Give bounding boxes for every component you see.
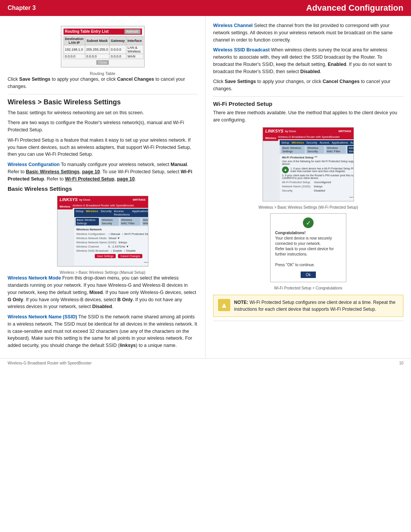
left-column: Routing Table Entry List Refresh Destina… — [0, 16, 206, 358]
wifi-setup-text: There are three methods available. Use t… — [213, 109, 403, 124]
nav-bar-2: Setup Wireless Security Access Applicati… — [280, 140, 354, 145]
congrats-caption: Wi-Fi Protected Setup > Congratulations — [213, 286, 403, 290]
congrats-text: Congratulations! Your client device is n… — [275, 230, 341, 268]
wireless-network-mode-label: Wireless Network Mode — [8, 275, 61, 281]
congratulations-box: ✓ Congratulations! Your client device is… — [270, 213, 346, 282]
model-number: WRT54GS — [133, 198, 146, 201]
screenshot-content: Wireless Network Wireless Configuration:… — [74, 226, 148, 260]
wireless-channel-para: Wireless Channel Select the channel from… — [213, 22, 403, 43]
nav-apps: Applications — [132, 209, 148, 216]
chapter-label: Chapter 3 — [8, 5, 36, 11]
by-cisco-text: by Cisco — [79, 198, 90, 201]
tab2-wifi-setup[interactable]: Advanced Wireless — [347, 146, 354, 153]
nav2-wireless: Wireless — [292, 141, 304, 144]
note-text: NOTE: Wi-Fi Protected Setup configures o… — [234, 299, 398, 313]
page-header: Chapter 3 Advanced Configuration — [0, 0, 411, 16]
form-row-config: Wireless Configuration: ○ Manual ○ Wi-Fi… — [76, 232, 148, 236]
tab2-mac[interactable]: Wireless MAC Filter — [326, 146, 346, 153]
divider-1 — [8, 94, 198, 94]
congrats-checkmark-icon: ✓ — [303, 217, 314, 228]
nav2-apps: Applications — [331, 141, 348, 144]
tab-row: Basic Wireless Settings Wireless Securit… — [74, 217, 148, 226]
tab2-basic[interactable]: Basic Wireless Settings — [281, 146, 305, 153]
wifi-method-2: 3. If your client asks for the Router's … — [282, 174, 354, 179]
note-label: NOTE: — [234, 300, 248, 305]
model-number-2: WRT54GS — [338, 130, 351, 133]
main-content: Routing Table Entry List Refresh Destina… — [0, 16, 411, 358]
save-settings-para: Click Save Settings to apply your change… — [213, 78, 403, 93]
screenshot-main-area: Setup Wireless Security Access Restricti… — [73, 208, 148, 266]
nav2-setup: Setup — [281, 141, 289, 144]
screenshot2-main: Setup Wireless Security Access Applicati… — [279, 139, 354, 201]
table-row: 192.168.1.0 255.255.255.0 0.0.0.0 LAN & … — [64, 45, 143, 54]
right-column: Wireless Channel Select the channel from… — [206, 16, 411, 358]
nav2-admin: Administration — [350, 141, 354, 144]
divider-2 — [213, 96, 403, 97]
col-header-destination: Destination LAN IP — [64, 37, 85, 45]
nav-setup: Setup — [76, 209, 84, 216]
wireless-ssid-label: Wireless SSID Broadcast — [213, 47, 270, 53]
tab-wireless-security[interactable]: Wireless Security — [100, 218, 118, 225]
screenshot-save-btn[interactable]: Save Settings — [95, 254, 116, 258]
cancel-changes-ref: Cancel Changes — [117, 77, 154, 82]
footer-page-number: 10 — [399, 361, 403, 365]
security-row: Security: Disabled — [282, 189, 354, 192]
wifi-button-icon: ● — [282, 166, 289, 173]
note-body: Wi-Fi Protected Setup configures one cli… — [234, 300, 395, 312]
basic-settings-heading: Basic Wireless Settings — [8, 185, 198, 192]
nav-security: Security — [100, 209, 112, 216]
wireless-config-para: Wireless Configuration To manually confi… — [8, 161, 198, 182]
wifi-protected-row: Wi-Fi Protected Setup: Unconfigured — [282, 181, 354, 184]
tab-advanced-wireless[interactable]: Advanced Wireless — [142, 218, 148, 225]
wireless-network-name-para: Wireless Network Name (SSID) The SSID is… — [8, 313, 198, 349]
note-box: ▲ NOTE: Wi-Fi Protected Setup configures… — [213, 295, 403, 317]
nav-access: Access Restrictions — [114, 209, 130, 216]
table-row: 0.0.0.0 0.0.0.0 0.0.0.0 WAN — [64, 54, 143, 59]
wireless-channel-label: Wireless Channel — [213, 23, 253, 28]
ok-btn-area: Ok — [275, 270, 341, 278]
divider-3 — [213, 321, 403, 321]
screenshot1-caption: Wireless > Basic Wireless Settings (Manu… — [8, 270, 198, 275]
col-header-interface: Interface — [126, 37, 143, 45]
screenshot-wifi-setup: LINKSYS by Cisco WRT54GS Wireless-G Broa… — [263, 127, 354, 201]
col-header-subnet: Subnet Mask — [85, 37, 110, 45]
wifi-method-1: ● 1. If your client device has a Wi-Fi P… — [282, 166, 354, 173]
wifi-method-1-text: 1. If your client device has a Wi-Fi Pro… — [290, 167, 354, 173]
linksys-logo-2: LINKSYS — [265, 129, 284, 133]
page-footer: Wireless-G Broadband Router with SpeedBo… — [0, 358, 411, 367]
cancel-changes-ref2: Cancel Changes — [323, 79, 360, 84]
screenshot2-body: Wireless Setup Wireless Security Access … — [263, 139, 354, 201]
note-icon: ▲ — [218, 299, 230, 311]
routing-table-caption: Routing Table — [8, 71, 198, 76]
congrats-check-area: ✓ — [275, 217, 341, 230]
wireless-section-heading: Wireless > Basic Wireless Settings — [8, 98, 198, 106]
screenshot-body: Wireless Setup Wireless Security Access … — [57, 208, 148, 266]
cisco-wave-icon-2: 〜〜〜 — [349, 195, 354, 200]
linksys-header: LINKSYS by Cisco WRT54GS — [57, 196, 148, 203]
tab-mac-filter[interactable]: Wireless MAC Filter — [120, 218, 140, 225]
routing-table: Destination LAN IP Subnet Mask Gateway I… — [64, 36, 143, 59]
wifi-network-status: Wi-Fi Protected Setup: Unconfigured Netw… — [282, 181, 354, 192]
linksys-header-2: LINKSYS by Cisco WRT54GS — [263, 128, 354, 134]
screenshot2-content: Wi-Fi Protected Setup ™ Use one of the f… — [280, 154, 354, 195]
form-row-channel: Wireless Channel: 6 - 2.437GHz ▼ — [76, 245, 148, 248]
wireless-sidebar-label-2: Wireless — [263, 135, 278, 141]
col-header-gateway: Gateway — [110, 37, 126, 45]
para-2: There are two ways to configure the Rout… — [8, 119, 198, 134]
screenshot-cancel-btn[interactable]: Cancel Changes — [118, 254, 142, 258]
linksys-logo: LINKSYS — [60, 197, 78, 202]
page-title: Advanced Configuration — [306, 3, 403, 13]
footer-left: Wireless-G Broadband Router with SpeedBo… — [8, 361, 92, 365]
tab-row-2: Basic Wireless Settings Wireless Securit… — [280, 145, 354, 154]
close-button[interactable]: Close — [96, 60, 109, 65]
refresh-button[interactable]: Refresh — [124, 29, 140, 34]
para-1: The basic settings for wireless networki… — [8, 109, 198, 117]
by-cisco-text-2: by Cisco — [285, 130, 296, 133]
routing-table-title: Routing Table Entry List — [65, 29, 109, 34]
network-name-row: Network Name (SSID): linksys — [282, 185, 354, 188]
cisco-wave-icon: 〜〜〜 — [144, 260, 148, 265]
ok-button[interactable]: Ok — [301, 272, 316, 278]
tab-basic-wireless[interactable]: Basic Wireless Settings — [76, 218, 99, 225]
tab2-security[interactable]: Wireless Security — [306, 146, 324, 153]
congrats-body: Your client device is now securely conne… — [275, 236, 334, 267]
